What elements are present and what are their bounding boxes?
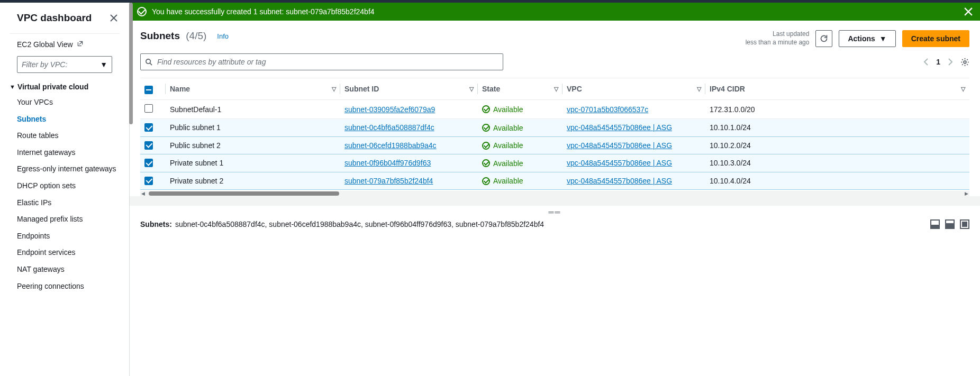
sort-icon: ▽ <box>332 86 336 93</box>
view-half-pane-button[interactable] <box>945 219 955 229</box>
cell-name: Public subnet 1 <box>166 119 340 137</box>
selection-count: (4/5) <box>186 30 206 41</box>
split-pane-handle[interactable]: ══ <box>130 206 980 218</box>
flash-close-button[interactable] <box>964 7 973 16</box>
scrollbar-thumb[interactable] <box>149 191 339 196</box>
sort-icon: ▽ <box>961 86 965 93</box>
check-circle-icon <box>482 177 490 185</box>
select-all-header <box>140 78 166 100</box>
sort-icon: ▽ <box>554 86 558 93</box>
preferences-button[interactable] <box>960 58 969 67</box>
table-row[interactable]: Public subnet 1subnet-0c4bf6a508887df4cA… <box>140 119 969 137</box>
table-row[interactable]: Private subnet 2subnet-079a7bf85b2f24bf4… <box>140 172 969 190</box>
chevron-right-icon <box>948 58 953 66</box>
sidebar-item-nat-gateways[interactable]: NAT gateways <box>0 261 129 278</box>
sidebar-item-route-tables[interactable]: Route tables <box>0 127 129 144</box>
sidebar-item-managed-prefix-lists[interactable]: Managed prefix lists <box>0 211 129 228</box>
last-updated: Last updated less than a minute ago <box>746 30 810 47</box>
actions-label: Actions <box>848 34 875 43</box>
view-full-pane-button[interactable] <box>960 219 969 229</box>
refresh-button[interactable] <box>815 30 832 47</box>
column-header-name[interactable]: Name ▽ <box>166 78 340 100</box>
vpc-link[interactable]: vpc-0701a5b03f066537c <box>567 105 648 114</box>
horizontal-scrollbar[interactable] <box>140 191 969 196</box>
cell-cidr: 10.10.4.0/24 <box>705 172 969 190</box>
state-badge: Available <box>482 141 523 150</box>
sidebar-title: VPC dashboard <box>17 12 92 24</box>
grip-icon: ══ <box>549 208 561 216</box>
subnet-id-link[interactable]: subnet-039095fa2ef6079a9 <box>344 105 435 114</box>
actions-button[interactable]: Actions ▼ <box>839 30 895 47</box>
cell-cidr: 10.10.2.0/24 <box>705 136 969 154</box>
nav-section-label: Virtual private cloud <box>17 82 88 91</box>
vpc-link[interactable]: vpc-048a5454557b086ee | ASG <box>567 177 672 185</box>
column-header-vpc[interactable]: VPC ▽ <box>562 78 705 100</box>
subnet-id-link[interactable]: subnet-0f96b04ff976d9f63 <box>344 159 431 167</box>
sidebar-item-elastic-ips[interactable]: Elastic IPs <box>0 195 129 212</box>
nav-section-toggle[interactable]: ▼ Virtual private cloud <box>10 82 129 91</box>
column-label: VPC <box>567 85 582 93</box>
external-link-icon <box>77 40 84 49</box>
table-row[interactable]: SubnetDefaul-1subnet-039095fa2ef6079a9Av… <box>140 100 969 119</box>
divider <box>130 196 980 206</box>
cell-name: Public subnet 2 <box>166 136 340 154</box>
ec2-global-view-link[interactable]: EC2 Global View <box>17 40 112 49</box>
table-row[interactable]: Public subnet 2subnet-06cefd1988bab9a4cA… <box>140 136 969 154</box>
row-checkbox[interactable] <box>144 104 153 113</box>
view-bottom-pane-button[interactable] <box>930 219 940 229</box>
close-icon <box>110 14 117 22</box>
sidebar-close-button[interactable] <box>110 14 117 22</box>
cell-cidr: 172.31.0.0/20 <box>705 100 969 119</box>
check-circle-icon <box>482 142 490 150</box>
vpc-link[interactable]: vpc-048a5454557b086ee | ASG <box>567 159 672 167</box>
vpc-link[interactable]: vpc-048a5454557b086ee | ASG <box>567 141 672 150</box>
sidebar-item-internet-gateways[interactable]: Internet gateways <box>0 144 129 161</box>
prev-page-button[interactable] <box>923 58 929 66</box>
state-badge: Available <box>482 159 523 168</box>
cell-name: Private subnet 1 <box>166 154 340 172</box>
row-checkbox[interactable] <box>144 159 153 167</box>
search-box[interactable] <box>140 53 503 70</box>
sidebar-item-dhcp-option-sets[interactable]: DHCP option sets <box>0 178 129 195</box>
nav-list: Your VPCsSubnetsRoute tablesInternet gat… <box>0 94 129 295</box>
row-checkbox[interactable] <box>144 141 153 150</box>
sidebar-item-endpoint-services[interactable]: Endpoint services <box>0 244 129 261</box>
row-checkbox[interactable] <box>144 177 153 185</box>
sidebar-item-endpoints[interactable]: Endpoints <box>0 228 129 245</box>
next-page-button[interactable] <box>948 58 953 66</box>
page-title: Subnets (4/5) <box>140 30 206 42</box>
vpc-link[interactable]: vpc-048a5454557b086ee | ASG <box>567 123 672 132</box>
subnets-table: Name ▽ Subnet ID ▽ State ▽ <box>140 78 969 196</box>
sidebar-item-subnets[interactable]: Subnets <box>0 111 129 128</box>
create-subnet-button[interactable]: Create subnet <box>902 30 969 47</box>
sidebar-item-egress-only-internet-gateways[interactable]: Egress-only internet gateways <box>0 161 129 178</box>
last-updated-value: less than a minute ago <box>746 39 810 47</box>
flash-message: You have successfully created 1 subnet: … <box>152 7 959 16</box>
column-header-ipv4-cidr[interactable]: IPv4 CIDR ▽ <box>705 78 969 100</box>
svg-point-0 <box>146 59 150 63</box>
filter-by-vpc-select[interactable]: Filter by VPC: ▼ <box>17 56 112 73</box>
filter-placeholder: Filter by VPC: <box>22 60 67 69</box>
subnet-id-link[interactable]: subnet-06cefd1988bab9a4c <box>344 141 437 150</box>
divider <box>10 33 120 34</box>
caret-down-icon: ▼ <box>100 60 107 69</box>
details-pane: Subnets: subnet-0c4bf6a508887df4c, subne… <box>130 218 980 233</box>
cell-cidr: 10.10.1.0/24 <box>705 119 969 137</box>
search-input[interactable] <box>157 58 498 66</box>
sidebar-item-your-vpcs[interactable]: Your VPCs <box>0 94 129 111</box>
info-link[interactable]: Info <box>217 32 229 40</box>
success-flash: You have successfully created 1 subnet: … <box>130 3 980 21</box>
sidebar-item-peering-connections[interactable]: Peering connections <box>0 278 129 295</box>
subnet-id-link[interactable]: subnet-0c4bf6a508887df4c <box>344 123 434 132</box>
triangle-down-icon: ▼ <box>10 84 15 90</box>
table-row[interactable]: Private subnet 1subnet-0f96b04ff976d9f63… <box>140 154 969 172</box>
row-checkbox[interactable] <box>144 123 153 132</box>
subnet-id-link[interactable]: subnet-079a7bf85b2f24bf4 <box>344 177 433 185</box>
sidebar-scrollbar[interactable] <box>129 3 133 124</box>
column-label: State <box>482 85 500 93</box>
column-header-subnet-id[interactable]: Subnet ID ▽ <box>340 78 478 100</box>
ec2-global-view-label: EC2 Global View <box>17 40 73 49</box>
select-all-checkbox[interactable] <box>144 86 153 94</box>
svg-point-1 <box>964 61 966 63</box>
column-header-state[interactable]: State ▽ <box>478 78 562 100</box>
